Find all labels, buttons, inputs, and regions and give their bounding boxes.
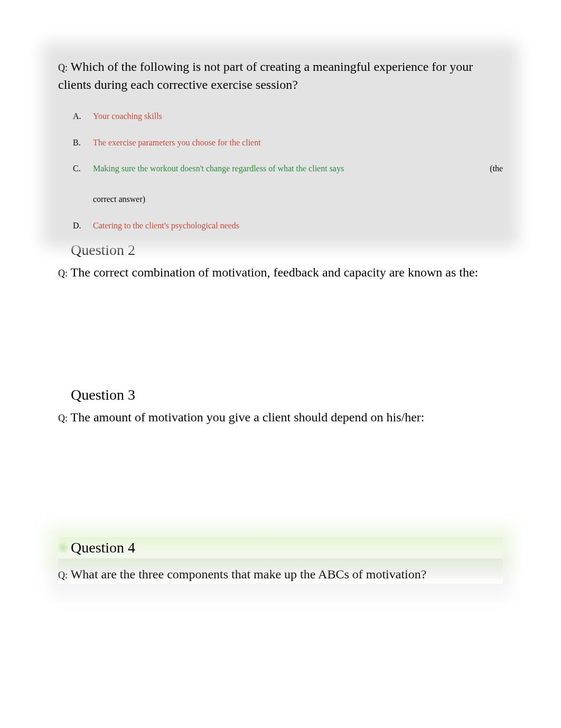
blank-space xyxy=(58,437,503,532)
question-1-text: Which of the following is not part of cr… xyxy=(58,60,473,91)
answer-c: C. Making sure the workout doesn't chang… xyxy=(73,162,503,206)
question-2-prompt: Q: The correct combination of motivation… xyxy=(58,264,503,282)
answer-text: Making sure the workout doesn't change r… xyxy=(93,162,344,176)
question-1: Q: Which of the following is not part of… xyxy=(58,58,503,232)
answer-b: B. The exercise parameters you choose fo… xyxy=(73,136,503,150)
answer-letter: C. xyxy=(73,162,83,176)
question-3-text: The amount of motivation you give a clie… xyxy=(71,410,425,424)
answer-text: Catering to the client's psychological n… xyxy=(93,219,239,233)
q-label: Q: xyxy=(58,413,68,423)
correct-note-open: (the xyxy=(490,162,503,176)
correct-indicator-icon xyxy=(57,541,70,554)
question-4-header: Question 4 xyxy=(71,539,503,556)
question-1-answers: A. Your coaching skills B. The exercise … xyxy=(58,104,503,232)
correct-note-close: correct answer) xyxy=(93,195,145,204)
question-4-text: What are the three components that make … xyxy=(71,567,427,581)
blank-space xyxy=(58,292,503,377)
question-1-prompt: Q: Which of the following is not part of… xyxy=(58,58,503,94)
answer-letter: B. xyxy=(73,136,83,150)
answer-a: A. Your coaching skills xyxy=(73,109,503,123)
q-label: Q: xyxy=(58,62,68,73)
question-2-text: The correct combination of motivation, f… xyxy=(71,265,479,279)
question-3: Question 3 Q: The amount of motivation y… xyxy=(58,386,503,532)
answer-letter: D. xyxy=(73,219,83,233)
question-2: Question 2 Q: The correct combination of… xyxy=(58,242,503,377)
q-label: Q: xyxy=(58,268,68,279)
question-3-header: Question 3 xyxy=(71,386,503,403)
question-4-prompt: Q: What are the three components that ma… xyxy=(58,558,503,584)
question-3-prompt: Q: The amount of motivation you give a c… xyxy=(58,409,503,427)
answer-letter: A. xyxy=(73,109,83,123)
question-2-header: Question 2 xyxy=(71,242,503,259)
answer-d: D. Catering to the client's psychologica… xyxy=(73,219,503,233)
answer-text: The exercise parameters you choose for t… xyxy=(93,136,261,150)
question-4: Question 4 Q: What are the three compone… xyxy=(58,537,503,584)
answer-text: Your coaching skills xyxy=(93,109,162,123)
q-label: Q: xyxy=(58,570,68,580)
